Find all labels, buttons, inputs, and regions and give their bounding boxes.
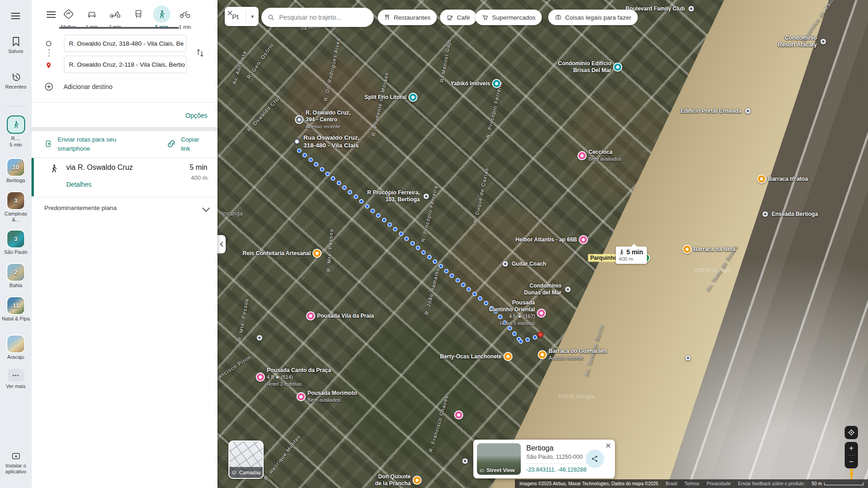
close-card-button[interactable]: ✕	[605, 441, 611, 450]
place-coordinates[interactable]: -23.843111, -46.128288	[526, 467, 595, 473]
poi-label: Edifício Portal Enseada	[681, 108, 741, 115]
poi-marker-icon[interactable]	[538, 332, 544, 338]
share-button[interactable]	[586, 450, 604, 468]
route-dot	[331, 176, 335, 181]
poi-marker-icon[interactable]	[565, 287, 571, 293]
poi-marker-icon[interactable]	[538, 350, 547, 359]
poi-marker-icon[interactable]	[413, 476, 422, 485]
poi-marker-icon[interactable]	[745, 108, 751, 114]
poi-marker-icon[interactable]	[577, 151, 587, 160]
collection-thumbnail: 2	[7, 264, 24, 281]
menu-icon[interactable]	[11, 13, 20, 19]
options-link[interactable]: Opções	[185, 112, 207, 119]
panel-menu-icon[interactable]	[47, 11, 56, 18]
route-tooltip[interactable]: 5 min 400 m	[616, 247, 647, 264]
mode-tab-transit[interactable]	[127, 5, 149, 24]
route-distance: 400 m	[191, 174, 207, 181]
zoom-out-button[interactable]: −	[845, 456, 858, 469]
poi-marker-icon[interactable]	[312, 249, 322, 258]
tabs-scrollbar[interactable]	[59, 27, 179, 29]
chip-things-to-do[interactable]: Coisas legais para fazer	[548, 10, 638, 25]
layers-button[interactable]: Camadas	[228, 441, 264, 479]
attrib-link-feedback[interactable]: Enviar feedback sobre o produto	[738, 481, 804, 486]
poi-marker-icon[interactable]	[613, 63, 622, 72]
poi-marker-icon[interactable]	[408, 93, 418, 102]
mode-tab-walk-selected[interactable]: 5 min	[151, 5, 173, 30]
collection-thumbnail: 10	[7, 159, 24, 176]
poi-marker-icon[interactable]	[462, 458, 468, 464]
sidebar-item-saved[interactable]: Salvos	[0, 37, 32, 54]
poi-marker-icon[interactable]	[295, 115, 304, 124]
poi-marker-icon[interactable]	[683, 245, 692, 254]
attrib-link-privacy[interactable]: Privacidade	[707, 481, 730, 486]
poi-marker-icon[interactable]	[306, 311, 315, 320]
mode-tab-car[interactable]: 1 min	[81, 5, 103, 30]
rail-collection-sao-paulo[interactable]: 3 São Paulo	[0, 231, 32, 255]
my-location-button[interactable]	[845, 426, 858, 439]
add-destination-button[interactable]: Adicionar destino	[44, 82, 112, 91]
sidebar-item-recents[interactable]: Recentes	[0, 72, 32, 90]
chip-supermarkets[interactable]: Supermercados	[475, 10, 542, 25]
rail-collection-bahia[interactable]: 2 Bahia	[0, 264, 32, 289]
search-bar[interactable]	[261, 8, 374, 27]
install-app-button[interactable]: Instalar o aplicativo	[0, 452, 32, 475]
terrain-row[interactable]: Predominantemente plana	[44, 205, 209, 211]
origin-input[interactable]: R. Oswaldo Cruz, 318-480 - Vila Clais, B…	[64, 35, 186, 52]
route-details-link[interactable]: Detalhes	[66, 181, 91, 188]
poi-marker-icon[interactable]	[257, 335, 263, 341]
rail-see-more[interactable]: ••• Ver mais	[0, 369, 32, 389]
zoom-control: + −	[845, 442, 858, 468]
poi-label: Condomínio Resort Aracaty	[778, 35, 817, 48]
poi-marker-icon[interactable]	[579, 235, 588, 244]
street-label: Ipiranga	[222, 210, 243, 217]
poi-marker-icon[interactable]	[492, 79, 501, 88]
poi-marker-icon[interactable]	[503, 352, 513, 361]
rail-collection-bertioga[interactable]: 10 Bertioga	[0, 159, 32, 184]
mode-tab-bike[interactable]: 1 min	[174, 5, 196, 30]
map-canvas[interactable]: na AmericanasIpirangaAv. AnchietaR. Gen.…	[217, 0, 868, 488]
poi-marker-icon[interactable]	[296, 392, 306, 401]
chevron-down-icon[interactable]: ▼	[246, 14, 259, 19]
poi-marker-icon[interactable]	[503, 261, 508, 267]
collapse-panel-button[interactable]	[217, 235, 226, 253]
copy-link-button[interactable]: Copiar link	[166, 135, 199, 153]
poi-marker-icon[interactable]	[762, 211, 768, 217]
collection-badge: 2	[14, 269, 17, 276]
poi-marker-icon[interactable]	[820, 39, 826, 45]
attrib-link-terms[interactable]: Termos	[684, 481, 699, 486]
sidebar-item-label: Recentes	[5, 84, 26, 90]
poi-marker-icon[interactable]	[537, 309, 546, 318]
street-view-thumbnail[interactable]: Street View	[477, 443, 521, 475]
poi-marker-icon[interactable]	[685, 355, 691, 361]
zoom-in-button[interactable]: +	[845, 442, 858, 455]
coffee-icon	[446, 14, 454, 21]
walking-icon	[157, 9, 166, 19]
close-directions-button[interactable]: ×	[227, 8, 233, 18]
swap-route-icon[interactable]	[195, 47, 205, 59]
chip-restaurants[interactable]: Restaurantes	[378, 10, 437, 25]
rail-route-shortcut[interactable]: R.... 5 min	[0, 115, 32, 148]
sidebar-item-label: Salvos	[8, 48, 23, 54]
rail-collection-natal-pipa[interactable]: 11 Natal & Pipa	[0, 297, 32, 322]
poi-marker-icon[interactable]	[256, 373, 265, 382]
pegman-icon[interactable]	[848, 468, 855, 480]
poi-marker-icon[interactable]	[757, 174, 766, 184]
chip-cafe[interactable]: Café	[440, 10, 476, 25]
poi-label: R Procópio Ferreira, 103, Bertioga	[367, 189, 420, 203]
destination-input[interactable]: R. Oswaldo Cruz, 2-118 - Vila Clais, Ber…	[64, 56, 186, 73]
poi-marker-icon[interactable]	[423, 194, 429, 199]
search-input[interactable]	[279, 14, 367, 21]
rail-collection-aracaju[interactable]: Aracaju	[0, 336, 32, 360]
poi-marker-icon[interactable]	[454, 410, 463, 420]
mode-tab-best[interactable]: Melhor	[58, 5, 79, 30]
poi-marker-icon[interactable]	[294, 138, 300, 145]
poi-marker-icon[interactable]	[688, 6, 694, 12]
send-to-phone-button[interactable]: Enviar rotas para seu smartphone	[44, 135, 135, 153]
mode-tab-motorcycle[interactable]: 1 min	[104, 5, 126, 30]
poi-label: Split Frio Litoral	[365, 94, 407, 101]
poi-label: R. Oswaldo Cruz, 394 - Centro Acesso rec…	[306, 110, 351, 130]
attrib-link-brasil[interactable]: Brasil	[666, 481, 677, 486]
route-card[interactable]: via R. Oswaldo Cruz 5 min 400 m Detalhes	[32, 158, 217, 196]
rail-collection-campinas[interactable]: 3 Campinas &...	[0, 192, 32, 223]
poi-label: Pousada Vila da Praia	[317, 313, 374, 320]
